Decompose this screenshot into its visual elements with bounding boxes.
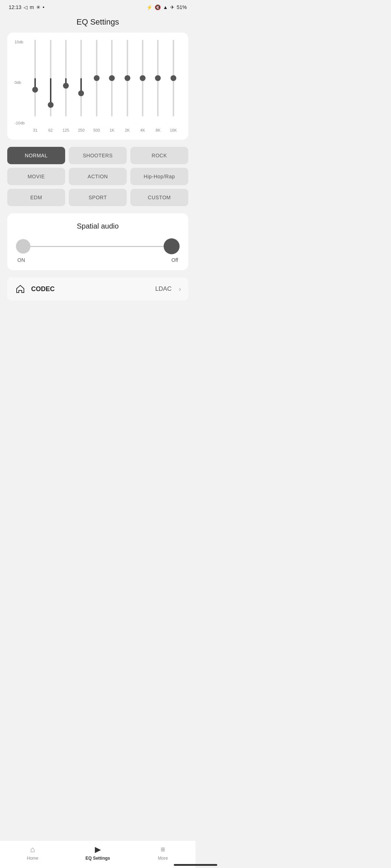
spatial-on-label: ON bbox=[17, 257, 25, 263]
eq-presets: NORMALSHOOTERSROCKMOVIEACTIONHip-Hop/Rap… bbox=[7, 147, 188, 206]
home-icon bbox=[14, 283, 26, 295]
eq-label-top: 10db bbox=[14, 40, 25, 44]
eq-freq-label-62: 62 bbox=[48, 127, 52, 134]
codec-label: CODEC bbox=[31, 285, 150, 293]
eq-label-bot: -10db bbox=[14, 121, 25, 125]
spatial-title: Spatial audio bbox=[16, 222, 180, 230]
eq-band-62[interactable]: 62 bbox=[43, 40, 58, 134]
page-title: EQ Settings bbox=[0, 13, 196, 33]
preset-btn-edm[interactable]: EDM bbox=[7, 189, 65, 206]
eq-band-8K[interactable]: 8K bbox=[150, 40, 165, 134]
battery-display: 51% bbox=[177, 4, 187, 10]
preset-btn-sport[interactable]: SPORT bbox=[69, 189, 127, 206]
preset-btn-shooters[interactable]: SHOOTERS bbox=[69, 147, 127, 164]
eq-band-2K[interactable]: 2K bbox=[119, 40, 135, 134]
preset-btn-movie[interactable]: MOVIE bbox=[7, 168, 65, 185]
codec-value: LDAC bbox=[155, 285, 172, 293]
eq-band-1K[interactable]: 1K bbox=[104, 40, 119, 134]
preset-btn-action[interactable]: ACTION bbox=[69, 168, 127, 185]
eq-bands[interactable]: 31621252505001K2K4K8K16K bbox=[28, 40, 181, 134]
eq-freq-label-250: 250 bbox=[78, 127, 84, 134]
eq-y-labels: 10db 0db -10db bbox=[14, 40, 25, 134]
eq-freq-label-4K: 4K bbox=[140, 127, 145, 134]
time-display: 12:13 bbox=[9, 4, 21, 10]
spatial-thumb-on[interactable] bbox=[16, 239, 30, 254]
preset-btn-rock[interactable]: ROCK bbox=[130, 147, 188, 164]
status-bar: 12:13 ◁ m ✳ • ⚡ 🔇 ▲ ✈ 51% bbox=[0, 0, 196, 13]
eq-freq-label-8K: 8K bbox=[156, 127, 160, 134]
preset-btn-normal[interactable]: NORMAL bbox=[7, 147, 65, 164]
eq-band-16K[interactable]: 16K bbox=[166, 40, 181, 134]
eq-freq-label-1K: 1K bbox=[110, 127, 114, 134]
eq-chart-card: 10db 0db -10db 31621252505001K2K4K8K16K bbox=[7, 33, 188, 140]
eq-freq-label-500: 500 bbox=[93, 127, 100, 134]
bluetooth-icon: ⚡ bbox=[146, 4, 152, 10]
spatial-slider-row bbox=[16, 239, 180, 254]
eq-freq-label-125: 125 bbox=[63, 127, 69, 134]
codec-row[interactable]: CODEC LDAC › bbox=[7, 277, 188, 301]
eq-band-4K[interactable]: 4K bbox=[135, 40, 150, 134]
spatial-thumb-off[interactable] bbox=[164, 238, 180, 254]
spatial-off-label: Off bbox=[172, 257, 178, 263]
spatial-labels: ON Off bbox=[16, 257, 180, 263]
eq-label-mid: 0db bbox=[14, 80, 25, 85]
message-icon: m bbox=[30, 4, 34, 10]
eq-band-250[interactable]: 250 bbox=[73, 40, 89, 134]
eq-chart: 10db 0db -10db 31621252505001K2K4K8K16K bbox=[14, 40, 181, 134]
wifi-icon: ▲ bbox=[163, 4, 168, 10]
chevron-right-icon: › bbox=[179, 285, 181, 293]
preset-btn-custom[interactable]: CUSTOM bbox=[130, 189, 188, 206]
mute-icon: 🔇 bbox=[155, 4, 161, 10]
spatial-slider[interactable] bbox=[16, 239, 180, 254]
spatial-audio-card: Spatial audio ON Off bbox=[7, 213, 188, 270]
eq-freq-label-2K: 2K bbox=[125, 127, 130, 134]
eq-freq-label-31: 31 bbox=[33, 127, 37, 134]
dot-icon: • bbox=[43, 4, 45, 10]
airplane-icon: ✈ bbox=[170, 4, 175, 10]
fan-icon: ✳ bbox=[36, 4, 41, 10]
preset-btn-hiphop[interactable]: Hip-Hop/Rap bbox=[130, 168, 188, 185]
eq-freq-label-16K: 16K bbox=[170, 127, 177, 134]
eq-band-500[interactable]: 500 bbox=[89, 40, 104, 134]
eq-band-125[interactable]: 125 bbox=[58, 40, 73, 134]
signal-icon: ◁ bbox=[24, 4, 28, 10]
status-right: ⚡ 🔇 ▲ ✈ 51% bbox=[146, 4, 187, 10]
status-left: 12:13 ◁ m ✳ • bbox=[9, 4, 45, 10]
spatial-track bbox=[16, 246, 180, 247]
eq-band-31[interactable]: 31 bbox=[28, 40, 43, 134]
